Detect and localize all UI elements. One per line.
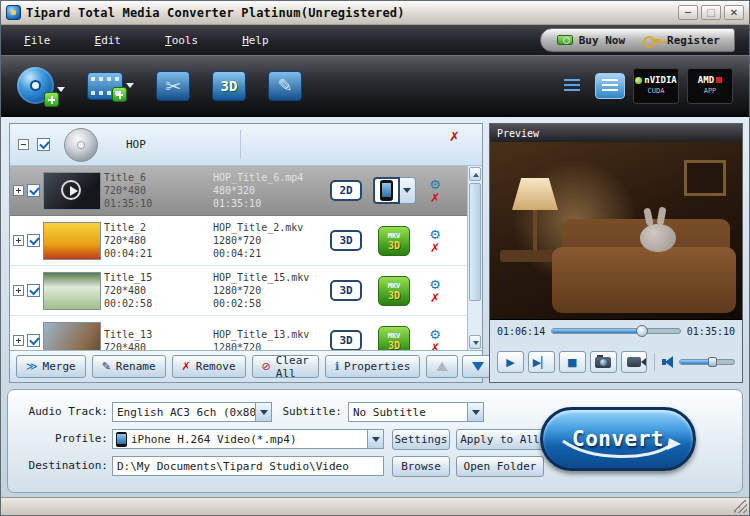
chevron-down-icon[interactable] xyxy=(467,403,483,421)
chevron-down-icon[interactable] xyxy=(126,83,134,88)
browse-button[interactable]: Browse xyxy=(392,456,450,477)
app-icon xyxy=(6,5,21,20)
move-up-button[interactable] xyxy=(426,355,458,378)
source-duration: 00:04:21 xyxy=(104,247,210,260)
row-remove-button[interactable]: ✗ xyxy=(430,292,440,304)
chevron-down-icon[interactable] xyxy=(57,87,65,92)
disc-checkbox[interactable] xyxy=(37,138,50,151)
scrollbar-down-button[interactable] xyxy=(469,335,481,349)
buy-now-label: Buy Now xyxy=(579,34,625,47)
target-format-area: MKV 3D xyxy=(365,226,423,256)
row-checkbox[interactable] xyxy=(27,334,40,347)
output-resolution: 1280*720 xyxy=(213,341,327,351)
clear-all-button[interactable]: ⊘ Clear All xyxy=(252,355,319,378)
disc-header-row[interactable]: HOP ✗ xyxy=(10,124,482,166)
seek-thumb[interactable] xyxy=(636,325,648,337)
register-button[interactable]: Register xyxy=(643,34,720,47)
menu-item-edit[interactable]: Edit xyxy=(92,32,125,49)
properties-button[interactable]: ℹ Properties xyxy=(325,355,420,378)
view-list-button[interactable] xyxy=(557,73,587,99)
reorder-buttons xyxy=(426,355,494,378)
rename-button[interactable]: ✎ Rename xyxy=(92,355,166,378)
row-checkbox[interactable] xyxy=(27,184,40,197)
source-info: Title_13 720*480 xyxy=(104,328,210,351)
scene-wall-frame xyxy=(684,160,726,196)
row-settings-gear-icon[interactable]: ⚙ xyxy=(429,228,441,241)
expand-toggle[interactable] xyxy=(13,185,24,196)
row-remove-button[interactable]: ✗ xyxy=(430,342,440,351)
menu-item-tools[interactable]: Tools xyxy=(162,32,201,49)
add-file-button[interactable] xyxy=(87,72,134,100)
scene-rabbit xyxy=(640,224,676,252)
target-dropdown-button[interactable] xyxy=(400,177,416,204)
output-resolution: 1280*720 xyxy=(213,284,327,297)
destination-input[interactable] xyxy=(112,456,384,476)
table-row[interactable]: Title_15 720*480 00:02:58 HOP_Title_15.m… xyxy=(10,266,467,316)
resize-grip[interactable] xyxy=(734,500,747,513)
row-settings-gear-icon[interactable]: ⚙ xyxy=(429,278,441,291)
table-row[interactable]: Title_6 720*480 01:35:10 HOP_Title_6.mp4… xyxy=(10,166,467,216)
list-scrollbar[interactable] xyxy=(467,166,482,350)
open-folder-button[interactable]: Open Folder xyxy=(456,456,544,477)
source-duration: 00:02:58 xyxy=(104,297,210,310)
mode-3d-button[interactable]: 3D xyxy=(330,230,362,251)
maximize-button[interactable]: □ xyxy=(701,5,721,20)
chevron-down-icon[interactable] xyxy=(367,430,383,448)
mode-2d-button[interactable]: 2D xyxy=(330,180,362,201)
convert-button[interactable]: Convert xyxy=(540,407,696,471)
stop-button[interactable]: ■ xyxy=(559,351,586,373)
volume-thumb[interactable] xyxy=(708,357,717,367)
table-row[interactable]: Title_13 720*480 HOP_Title_13.mkv 1280*7… xyxy=(10,316,467,350)
arrow-up-icon xyxy=(436,362,448,371)
source-info: Title_6 720*480 01:35:10 xyxy=(104,171,210,210)
3d-settings-button[interactable]: 3D xyxy=(212,71,246,101)
remove-button[interactable]: ✗ Remove xyxy=(172,355,246,378)
play-button[interactable]: ▶ xyxy=(497,351,524,373)
x-icon: ✗ xyxy=(182,361,191,372)
target-device-button[interactable] xyxy=(373,177,400,204)
app-window: Tipard Total Media Converter Platinum(Un… xyxy=(0,0,750,516)
minimize-button[interactable]: − xyxy=(678,5,698,20)
menu-item-file[interactable]: File xyxy=(21,32,54,49)
profile-select[interactable]: iPhone H.264 Video(*.mp4) xyxy=(112,429,384,449)
row-remove-button[interactable]: ✗ xyxy=(430,242,440,254)
expand-toggle[interactable] xyxy=(13,335,24,346)
frame-step-button[interactable]: ▶▏ xyxy=(528,351,555,373)
settings-button[interactable]: Settings xyxy=(392,429,450,450)
video-frame[interactable] xyxy=(490,142,742,320)
preview-panel: Preview 01:06:14 01:35:10 ▶ ▶▏ ■ xyxy=(489,123,743,383)
table-row[interactable]: Title_2 720*480 00:04:21 HOP_Title_2.mkv… xyxy=(10,216,467,266)
row-checkbox[interactable] xyxy=(27,234,40,247)
expand-toggle[interactable] xyxy=(13,285,24,296)
merge-button[interactable]: ≫ Merge xyxy=(16,355,86,378)
mode-3d-button[interactable]: 3D xyxy=(330,330,362,350)
close-button[interactable]: ✕ xyxy=(724,5,744,20)
clip-button[interactable]: ✂ xyxy=(156,71,190,101)
expand-toggle[interactable] xyxy=(13,235,24,246)
subtitle-select[interactable]: No Subtitle xyxy=(348,402,484,422)
amd-app-badge: AMD APP xyxy=(687,68,733,104)
row-checkbox[interactable] xyxy=(27,284,40,297)
row-remove-button[interactable]: ✗ xyxy=(430,192,440,204)
load-dvd-button[interactable] xyxy=(17,67,65,104)
edit-button[interactable]: ✎ xyxy=(268,71,302,101)
audio-track-select[interactable]: English AC3 6ch (0x80 xyxy=(112,402,272,422)
row-settings-gear-icon[interactable]: ⚙ xyxy=(429,328,441,341)
volume-slider[interactable] xyxy=(679,359,735,365)
row-settings-gear-icon[interactable]: ⚙ xyxy=(429,178,441,191)
mode-3d-button[interactable]: 3D xyxy=(330,280,362,301)
collapse-toggle[interactable] xyxy=(18,139,29,150)
buy-now-button[interactable]: Buy Now xyxy=(557,34,625,47)
scrollbar-up-button[interactable] xyxy=(469,167,481,181)
plus-icon xyxy=(112,87,127,102)
volume-icon[interactable] xyxy=(662,356,675,368)
status-bar xyxy=(1,497,749,515)
scrollbar-thumb[interactable] xyxy=(469,183,481,301)
view-detail-button[interactable] xyxy=(595,73,625,99)
remove-disc-button[interactable]: ✗ xyxy=(449,129,460,144)
seek-slider[interactable] xyxy=(551,328,681,334)
apply-to-all-button[interactable]: Apply to All xyxy=(456,429,544,450)
snapshot-button[interactable] xyxy=(590,351,617,373)
capture-button[interactable] xyxy=(621,351,648,373)
menu-item-help[interactable]: Help xyxy=(239,32,272,49)
